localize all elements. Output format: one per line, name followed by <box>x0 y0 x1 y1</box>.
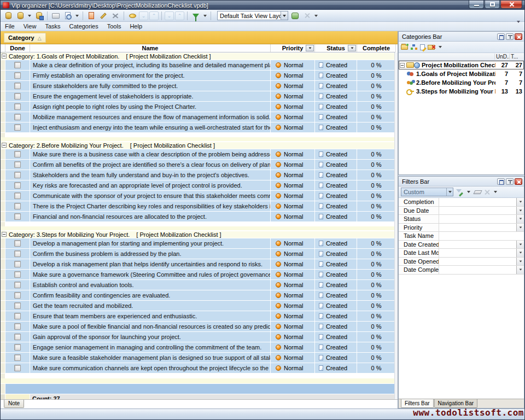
task-row[interactable]: Develop a management plan for starting a… <box>1 238 395 248</box>
done-checkbox[interactable] <box>14 292 21 299</box>
done-checkbox[interactable] <box>14 151 21 158</box>
header-status[interactable]: Status <box>315 44 357 52</box>
minimize-button[interactable] <box>469 1 484 9</box>
menu-item[interactable]: Categories <box>65 22 103 30</box>
filter-field-dropdown[interactable] <box>516 198 524 206</box>
panel-pin-button[interactable] <box>506 178 514 185</box>
done-checkbox[interactable] <box>14 240 21 247</box>
done-checkbox[interactable] <box>14 334 21 340</box>
print-preview-button[interactable] <box>62 11 73 21</box>
complete-task-button[interactable] <box>127 11 138 21</box>
open-database-caret-icon[interactable] <box>28 15 31 17</box>
done-checkbox[interactable] <box>14 302 21 309</box>
edit-category-button[interactable] <box>420 44 425 50</box>
filter-field-input[interactable] <box>439 241 516 249</box>
done-checkbox[interactable] <box>14 192 21 199</box>
task-row[interactable]: Make a clear definition of your project,… <box>1 60 395 70</box>
done-checkbox[interactable] <box>14 354 21 361</box>
collapse-category-icon[interactable] <box>2 232 7 237</box>
tree-col-undone[interactable]: UnD... <box>494 54 509 60</box>
menu-item[interactable]: Tools <box>103 22 126 30</box>
done-checkbox[interactable] <box>14 282 21 288</box>
new-category-button[interactable] <box>401 45 408 50</box>
task-row[interactable]: Make sure there is a business case with … <box>1 149 395 159</box>
done-checkbox[interactable] <box>14 172 21 178</box>
task-row[interactable]: Assign right people to right roles by us… <box>1 102 395 112</box>
filter-field-dropdown[interactable] <box>516 215 524 223</box>
title-bar[interactable]: Vip organizer [C:\Users\dmitry\Desktop\P… <box>1 1 524 10</box>
done-checkbox[interactable] <box>14 365 21 371</box>
done-checkbox[interactable] <box>14 213 21 220</box>
filter-field-input[interactable] <box>439 224 516 232</box>
move-up-button[interactable]: ⌃ <box>149 11 159 20</box>
task-row[interactable]: There is the Project Charter describing … <box>1 201 395 211</box>
task-row[interactable]: Mobilize management resources and ensure… <box>1 112 395 122</box>
task-row[interactable]: Stakeholders and the team fully understa… <box>1 170 395 180</box>
tree-col-total[interactable]: T... <box>509 54 524 60</box>
done-checkbox[interactable] <box>14 323 21 330</box>
done-checkbox[interactable] <box>14 103 21 110</box>
filter-field-dropdown[interactable] <box>516 241 524 249</box>
print-caret-icon[interactable] <box>75 15 79 17</box>
filter-button[interactable] <box>190 11 201 21</box>
move-down-button[interactable]: ⌄ <box>139 11 148 20</box>
filters-toolbar-caret-icon[interactable] <box>494 191 497 193</box>
apply-filter-button[interactable] <box>456 189 463 195</box>
group-by-category-chip[interactable]: Category <box>4 33 46 43</box>
toolbar-overflow-button[interactable] <box>516 23 521 30</box>
clear-filter-button[interactable] <box>473 190 482 194</box>
remove-filter-button[interactable] <box>484 189 490 195</box>
new-subcategory-button[interactable] <box>411 44 417 50</box>
dock-tab[interactable]: Filters Bar <box>401 399 434 408</box>
filter-field-dropdown[interactable] <box>516 224 524 232</box>
done-checkbox[interactable] <box>14 344 21 351</box>
done-checkbox[interactable] <box>14 93 21 100</box>
done-checkbox[interactable] <box>14 203 21 209</box>
open-database-button[interactable] <box>15 11 26 21</box>
done-checkbox[interactable] <box>14 261 21 267</box>
menu-item[interactable]: Help <box>125 22 147 30</box>
task-row[interactable]: Establish control and evaluation tools. … <box>1 280 395 290</box>
task-row[interactable]: Get the team recruited and mobilized. No… <box>1 301 395 311</box>
task-row[interactable]: Confirm feasibility and contingencies ar… <box>1 290 395 300</box>
filter-field-input[interactable] <box>439 232 524 240</box>
filter-field-dropdown[interactable] <box>516 249 524 257</box>
layout-selector-dropdown[interactable] <box>281 11 288 20</box>
panel-close-button[interactable] <box>515 178 522 185</box>
collapse-category-icon[interactable] <box>2 143 7 148</box>
task-row[interactable]: Confirm all benefits of the project are … <box>1 160 395 170</box>
task-row[interactable]: Engage senior management in managing and… <box>1 342 395 352</box>
header-name[interactable]: Name <box>30 44 270 52</box>
layout-caret-icon[interactable] <box>314 15 318 17</box>
done-checkbox[interactable] <box>14 313 21 319</box>
collapse-tree-icon[interactable] <box>400 63 405 68</box>
done-checkbox[interactable] <box>14 250 21 257</box>
panel-pin-button[interactable] <box>506 33 514 40</box>
filter-caret-icon[interactable] <box>203 15 207 17</box>
menu-item[interactable]: View <box>19 22 41 30</box>
dock-tab[interactable]: Navigation Bar <box>434 399 478 408</box>
delete-layout-button[interactable] <box>301 11 312 21</box>
move-bottom-button[interactable]: ⌄ <box>165 11 174 20</box>
category-tree-item[interactable]: 3.Steps for Mobilizing Your Pro 13 13 <box>399 87 524 96</box>
new-database-button[interactable] <box>3 11 14 21</box>
filter-field-dropdown[interactable] <box>516 258 524 266</box>
priority-filter-dropdown[interactable] <box>306 45 314 51</box>
filter-field-input[interactable] <box>439 207 516 215</box>
filter-preset-combo[interactable]: Custom <box>401 188 453 196</box>
task-row[interactable]: Ensure the engagement level of stakehold… <box>1 91 395 101</box>
header-priority[interactable]: Priority <box>271 44 314 52</box>
task-row[interactable]: Make sure a governance framework (Steeri… <box>1 270 395 279</box>
done-checkbox[interactable] <box>14 114 21 120</box>
categories-bar-titlebar[interactable]: Categories Bar <box>399 32 524 42</box>
header-done[interactable]: Done <box>5 44 30 52</box>
task-row[interactable]: Ensure that team members are experienced… <box>1 311 395 321</box>
category-tree-item[interactable]: Project Mobilization Checklist 27 27 <box>399 61 524 69</box>
task-row[interactable]: Develop a risk management plan that help… <box>1 259 395 269</box>
task-row[interactable]: Inject enthusiasm and energy into the te… <box>1 122 395 132</box>
task-row[interactable]: Make sure a pool of flexible financial a… <box>1 322 395 331</box>
print-button[interactable] <box>50 11 61 21</box>
category-row[interactable]: Category: 1.Goals of Project Mobilizatio… <box>1 52 395 60</box>
filter-field-input[interactable] <box>439 215 516 223</box>
done-checkbox[interactable] <box>14 271 21 278</box>
